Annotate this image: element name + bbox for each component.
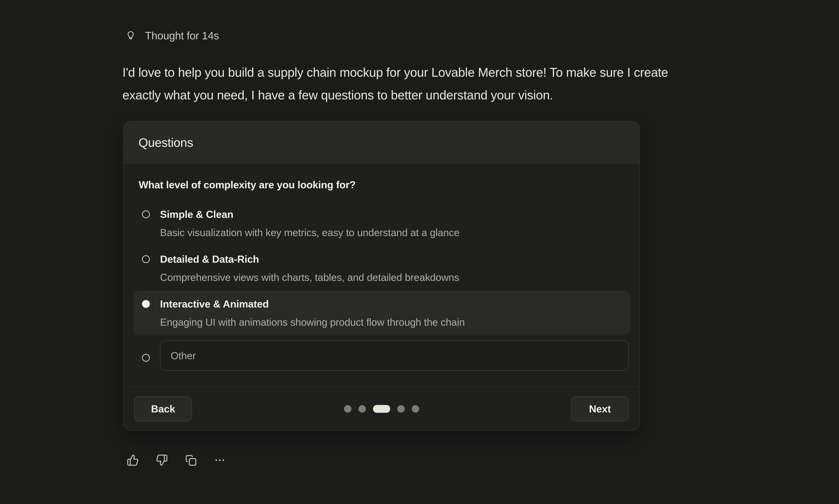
back-button[interactable]: Back: [134, 396, 192, 421]
thumbs-up-icon: [127, 454, 139, 466]
radio-icon-selected[interactable]: [142, 300, 150, 308]
radio-icon[interactable]: [142, 255, 150, 263]
thumbs-down-icon: [156, 454, 168, 466]
message-line: exactly what you need, I have a few ques…: [122, 84, 788, 107]
thought-row[interactable]: Thought for 14s: [125, 29, 219, 42]
pagination-dot[interactable]: [359, 405, 366, 413]
next-button[interactable]: Next: [571, 396, 629, 421]
option-label: Simple & Clean: [160, 206, 459, 223]
option-label: Detailed & Data-Rich: [160, 251, 459, 268]
option-texts: Simple & Clean Basic visualization with …: [160, 206, 459, 241]
option-description: Basic visualization with key metrics, ea…: [160, 224, 459, 241]
radio-icon[interactable]: [142, 211, 150, 218]
option-detailed-data-rich[interactable]: Detailed & Data-Rich Comprehensive views…: [133, 246, 630, 291]
copy-button[interactable]: [185, 454, 197, 466]
card-header: Questions: [123, 121, 640, 164]
card-footer: Back Next: [123, 386, 640, 431]
option-other[interactable]: [133, 336, 630, 376]
message-actions: [127, 454, 226, 466]
other-option-input[interactable]: [160, 340, 629, 371]
option-label: Interactive & Animated: [160, 295, 465, 312]
questions-card: Questions What level of complexity are y…: [123, 121, 640, 431]
option-simple-clean[interactable]: Simple & Clean Basic visualization with …: [133, 201, 630, 246]
thought-label: Thought for 14s: [145, 29, 219, 42]
pagination-dot-active[interactable]: [373, 405, 390, 413]
card-body: What level of complexity are you looking…: [123, 164, 640, 376]
pagination-dots: [344, 405, 419, 413]
option-texts: Detailed & Data-Rich Comprehensive views…: [160, 251, 459, 286]
thumbs-up-button[interactable]: [127, 454, 139, 466]
copy-icon: [185, 454, 197, 466]
option-description: Comprehensive views with charts, tables,…: [160, 269, 459, 286]
radio-icon[interactable]: [142, 354, 150, 362]
assistant-message: I'd love to help you build a supply chai…: [122, 61, 788, 107]
question-title: What level of complexity are you looking…: [139, 179, 624, 190]
ellipsis-icon: [214, 454, 226, 466]
pagination-dot[interactable]: [412, 405, 419, 413]
option-description: Engaging UI with animations showing prod…: [160, 314, 465, 330]
message-line: I'd love to help you build a supply chai…: [122, 61, 788, 84]
pagination-dot[interactable]: [397, 405, 405, 413]
option-texts: Interactive & Animated Engaging UI with …: [160, 295, 465, 330]
card-title: Questions: [139, 136, 193, 149]
option-interactive-animated[interactable]: Interactive & Animated Engaging UI with …: [133, 291, 630, 336]
lightbulb-icon: [125, 30, 136, 41]
thumbs-down-button[interactable]: [156, 454, 168, 466]
more-options-button[interactable]: [214, 454, 226, 466]
pagination-dot[interactable]: [344, 405, 351, 413]
